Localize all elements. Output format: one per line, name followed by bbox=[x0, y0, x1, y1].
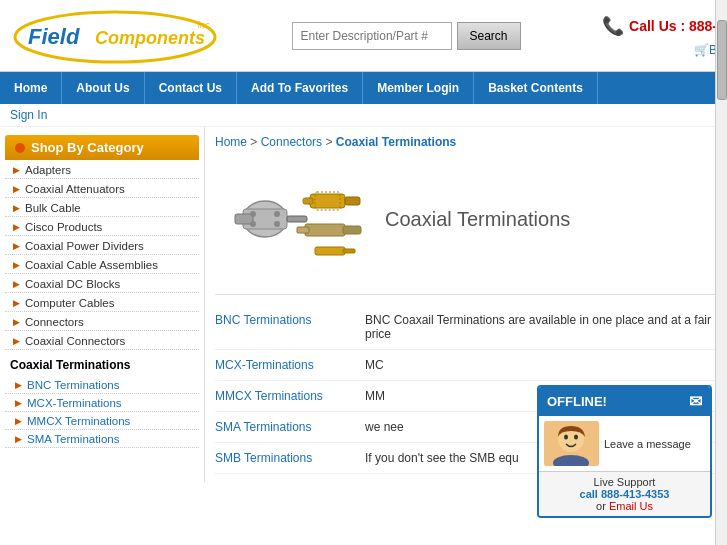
sidebar-sub-title: Coaxial Terminations bbox=[5, 350, 199, 376]
header: Field Components inc Search 📞 Call Us : … bbox=[0, 0, 727, 72]
arrow-icon: ▶ bbox=[13, 279, 20, 289]
arrow-icon: ▶ bbox=[15, 380, 22, 390]
arrow-icon: ▶ bbox=[13, 317, 20, 327]
search-input[interactable] bbox=[292, 22, 452, 50]
cat-coaxial-connectors[interactable]: ▶ Coaxial Connectors bbox=[5, 331, 199, 350]
arrow-icon: ▶ bbox=[15, 434, 22, 444]
offline-header: OFFLINE! ✉ bbox=[539, 387, 710, 416]
breadcrumb-connectors[interactable]: Connectors bbox=[261, 135, 322, 149]
or-label: or bbox=[596, 500, 606, 512]
svg-rect-6 bbox=[235, 214, 253, 224]
live-support-label: Live Support bbox=[547, 476, 702, 488]
product-link-mmcx[interactable]: MMCX Terminations bbox=[215, 389, 355, 403]
email-link[interactable]: Email Us bbox=[609, 500, 653, 512]
offline-widget: OFFLINE! ✉ bbox=[537, 385, 712, 518]
live-support-bar: Live Support call 888-413-4353 or Email … bbox=[539, 471, 710, 516]
svg-text:Components: Components bbox=[95, 28, 205, 48]
svg-rect-7 bbox=[287, 216, 307, 222]
arrow-icon: ▶ bbox=[13, 165, 20, 175]
product-link-mcx[interactable]: MCX-Terminations bbox=[215, 358, 355, 372]
search-area: Search bbox=[292, 22, 521, 50]
scroll-thumb[interactable] bbox=[717, 20, 727, 100]
sub-mmcx[interactable]: ▶ MMCX Terminations bbox=[5, 412, 199, 430]
arrow-icon: ▶ bbox=[13, 241, 20, 251]
svg-point-8 bbox=[250, 211, 256, 217]
sub-sma[interactable]: ▶ SMA Terminations bbox=[5, 430, 199, 448]
cat-cable-assemblies[interactable]: ▶ Coaxial Cable Assemblies bbox=[5, 255, 199, 274]
live-support-or: or Email Us bbox=[547, 500, 702, 512]
nav-login[interactable]: Member Login bbox=[363, 72, 474, 104]
product-link-sma[interactable]: SMA Terminations bbox=[215, 420, 355, 434]
product-header: Coaxial Terminations bbox=[215, 159, 717, 279]
arrow-icon: ▶ bbox=[13, 298, 20, 308]
svg-rect-16 bbox=[305, 224, 345, 236]
sign-in-bar: Sign In bbox=[0, 104, 727, 127]
nav-basket[interactable]: Basket Contents bbox=[474, 72, 598, 104]
scroll-bar[interactable] bbox=[715, 0, 727, 545]
call-label: Call Us : 888- bbox=[629, 18, 717, 34]
svg-point-24 bbox=[574, 435, 578, 440]
arrow-icon: ▶ bbox=[15, 398, 22, 408]
sidebar-title-label: Shop By Category bbox=[31, 140, 144, 155]
nav-about[interactable]: About Us bbox=[62, 72, 144, 104]
svg-point-23 bbox=[564, 435, 568, 440]
breadcrumb-current: Coaxial Terminations bbox=[336, 135, 456, 149]
arrow-icon: ▶ bbox=[13, 260, 20, 270]
product-desc-bnc: BNC Coaxail Terminations are available i… bbox=[355, 313, 717, 341]
svg-rect-13 bbox=[345, 197, 360, 205]
agent-face bbox=[544, 421, 599, 466]
nav-favorites[interactable]: Add To Favorites bbox=[237, 72, 363, 104]
offline-body: Leave a message bbox=[539, 416, 710, 471]
basket-area[interactable]: 🛒 B bbox=[694, 43, 717, 57]
arrow-icon: ▶ bbox=[13, 184, 20, 194]
product-title: Coaxial Terminations bbox=[385, 208, 570, 231]
nav-bar: Home About Us Contact Us Add To Favorite… bbox=[0, 72, 727, 104]
cat-connectors[interactable]: ▶ Connectors bbox=[5, 312, 199, 331]
sign-in-link[interactable]: Sign In bbox=[10, 108, 47, 122]
sub-mcx[interactable]: ▶ MCX-Terminations bbox=[5, 394, 199, 412]
leave-message-label: Leave a message bbox=[604, 438, 691, 450]
sub-bnc[interactable]: ▶ BNC Terminations bbox=[5, 376, 199, 394]
arrow-icon: ▶ bbox=[13, 203, 20, 213]
svg-rect-18 bbox=[297, 227, 309, 233]
cat-dc-blocks[interactable]: ▶ Coaxial DC Blocks bbox=[5, 274, 199, 293]
svg-text:inc: inc bbox=[198, 20, 210, 30]
cat-computer-cables[interactable]: ▶ Computer Cables bbox=[5, 293, 199, 312]
phone-icon: 📞 bbox=[602, 15, 624, 37]
logo-area: Field Components inc bbox=[10, 8, 210, 63]
svg-rect-17 bbox=[343, 226, 361, 234]
basket-icon: 🛒 bbox=[694, 43, 709, 57]
arrow-icon: ▶ bbox=[13, 336, 20, 346]
arrow-icon: ▶ bbox=[13, 222, 20, 232]
sidebar: Shop By Category ▶ Adapters ▶ Coaxial At… bbox=[0, 127, 205, 482]
offline-message: Leave a message bbox=[604, 438, 691, 450]
nav-contact[interactable]: Contact Us bbox=[145, 72, 237, 104]
cat-cisco[interactable]: ▶ Cisco Products bbox=[5, 217, 199, 236]
offline-label: OFFLINE! bbox=[547, 394, 607, 409]
nav-home[interactable]: Home bbox=[0, 72, 62, 104]
category-dot bbox=[15, 143, 25, 153]
call-us-area: 📞 Call Us : 888- bbox=[602, 15, 717, 37]
search-button[interactable]: Search bbox=[457, 22, 521, 50]
cat-power-dividers[interactable]: ▶ Coaxial Power Dividers bbox=[5, 236, 199, 255]
cat-adapters[interactable]: ▶ Adapters bbox=[5, 160, 199, 179]
product-link-bnc[interactable]: BNC Terminations bbox=[215, 313, 355, 327]
svg-point-10 bbox=[250, 221, 256, 227]
product-row-mcx: MCX-Terminations MC bbox=[215, 350, 717, 381]
product-image bbox=[215, 159, 370, 279]
breadcrumb: Home > Connectors > Coaxial Terminations bbox=[215, 135, 717, 149]
product-link-smb[interactable]: SMB Terminations bbox=[215, 451, 355, 465]
product-desc-mcx: MC bbox=[355, 358, 717, 372]
svg-rect-14 bbox=[303, 198, 313, 204]
envelope-icon: ✉ bbox=[689, 392, 702, 411]
svg-point-9 bbox=[274, 211, 280, 217]
breadcrumb-home[interactable]: Home bbox=[215, 135, 247, 149]
live-support-phone[interactable]: call 888-413-4353 bbox=[547, 488, 702, 500]
cat-coaxial-attenuators[interactable]: ▶ Coaxial Attenuators bbox=[5, 179, 199, 198]
svg-rect-20 bbox=[343, 249, 355, 253]
logo-image[interactable]: Field Components inc bbox=[10, 8, 210, 63]
product-row-bnc: BNC Terminations BNC Coaxail Termination… bbox=[215, 305, 717, 350]
cat-bulk-cable[interactable]: ▶ Bulk Cable bbox=[5, 198, 199, 217]
svg-point-11 bbox=[274, 221, 280, 227]
svg-rect-19 bbox=[315, 247, 345, 255]
